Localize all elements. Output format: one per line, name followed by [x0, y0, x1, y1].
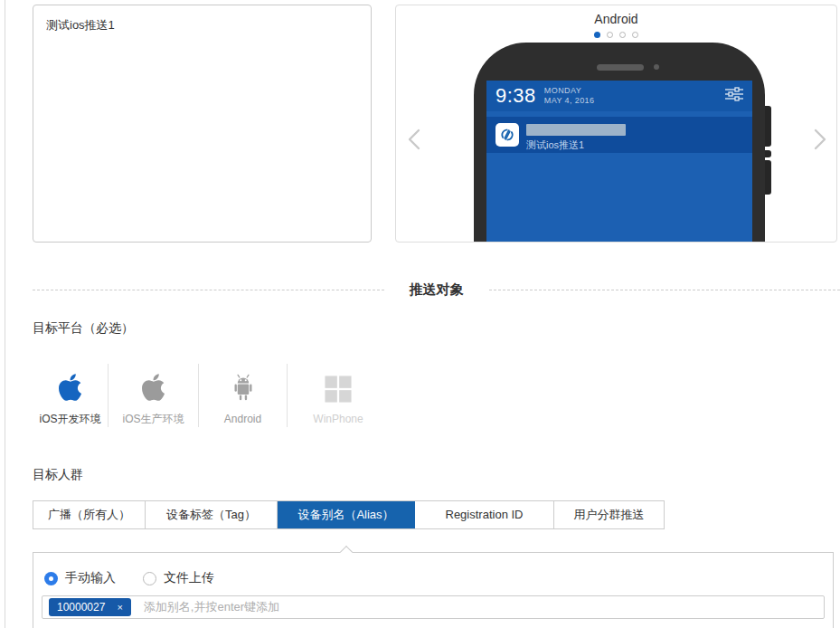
preview-platform-title: Android — [396, 12, 836, 26]
target-audience-label: 目标人群 — [33, 467, 83, 483]
jpush-app-icon — [496, 123, 519, 147]
carousel-next-button[interactable] — [813, 127, 827, 156]
phone-statusbar: 9:38 MONDAY MAY 4, 2016 — [486, 81, 752, 111]
phone-date-text: MAY 4, 2016 — [544, 96, 595, 105]
platform-option-winphone[interactable]: WinPhone — [288, 364, 389, 427]
notification-title-redacted — [526, 124, 626, 136]
radio-label: 手动输入 — [65, 570, 116, 586]
alias-chip-value: 10000027 — [57, 601, 105, 614]
android-icon — [230, 366, 257, 404]
page-left-border — [5, 0, 5, 628]
panel-notch — [340, 546, 353, 558]
phone-side-button — [765, 160, 771, 195]
platform-option-label: Android — [224, 413, 261, 425]
radio-unchecked-icon — [143, 572, 156, 585]
chevron-right-icon — [813, 127, 827, 152]
push-create-page: 测试ios推送1 Android — [0, 0, 840, 628]
tab-registration-id[interactable]: Registration ID — [415, 501, 554, 528]
tab-device-tag[interactable]: 设备标签（Tag） — [146, 501, 278, 528]
push-target-heading: 推送对象 — [384, 281, 489, 299]
audience-tabbar: 广播（所有人） 设备标签（Tag） 设备别名（Alias） Registrati… — [33, 500, 665, 529]
carousel-dot[interactable] — [632, 32, 638, 38]
apple-icon — [140, 366, 166, 403]
chevron-left-icon — [407, 127, 421, 152]
platform-option-label: WinPhone — [313, 413, 363, 425]
platform-option-ios-dev[interactable]: iOS开发环境 — [33, 364, 109, 427]
tab-device-alias[interactable]: 设备别名（Alias） — [278, 501, 415, 528]
platform-option-label: iOS开发环境 — [39, 412, 100, 427]
phone-screen: 9:38 MONDAY MAY 4, 2016 — [486, 81, 752, 243]
radio-checked-icon — [44, 572, 58, 585]
alias-input-panel: 手动输入 文件上传 10000027 × 添加别名,并按enter键添加 — [33, 552, 834, 628]
push-target-divider: 推送对象 — [33, 281, 840, 299]
android-phone-mockup: 9:38 MONDAY MAY 4, 2016 — [474, 43, 765, 243]
notification-message: 测试ios推送1 — [526, 138, 626, 152]
carousel-dots — [396, 32, 836, 38]
phone-speaker — [597, 64, 644, 71]
tab-user-segment[interactable]: 用户分群推送 — [554, 501, 664, 528]
alias-tag-input[interactable]: 10000027 × 添加别名,并按enter键添加 — [42, 595, 825, 619]
alias-input-placeholder: 添加别名,并按enter键添加 — [144, 599, 279, 615]
windows-icon — [324, 366, 353, 404]
radio-manual-input[interactable]: 手动输入 — [44, 570, 116, 586]
radio-label: 文件上传 — [164, 570, 214, 586]
target-platform-options: iOS开发环境 iOS生产环境 — [33, 364, 389, 427]
phone-camera — [654, 64, 659, 70]
tab-broadcast[interactable]: 广播（所有人） — [33, 501, 146, 528]
platform-option-android[interactable]: Android — [199, 364, 288, 427]
sliders-icon — [725, 87, 743, 105]
carousel-dot-active[interactable] — [594, 32, 600, 38]
platform-option-label: iOS生产环境 — [122, 412, 184, 427]
carousel-dot[interactable] — [607, 32, 613, 38]
radio-file-upload[interactable]: 文件上传 — [143, 570, 214, 586]
divider-line — [489, 290, 840, 290]
platform-option-ios-prod[interactable]: iOS生产环境 — [109, 364, 199, 427]
apple-icon — [57, 366, 83, 403]
alias-input-mode-group: 手动输入 文件上传 — [44, 570, 214, 586]
notification-content-value: 测试ios推送1 — [46, 18, 115, 32]
target-platform-label: 目标平台（必选） — [33, 320, 134, 337]
phone-day: MONDAY — [544, 86, 581, 95]
phone-time: 9:38 — [496, 84, 536, 108]
notification-body: 测试ios推送1 — [526, 123, 626, 147]
notification-content-textarea[interactable]: 测试ios推送1 — [33, 5, 372, 243]
carousel-prev-button[interactable] — [407, 127, 421, 156]
alias-chip: 10000027 × — [49, 598, 131, 616]
carousel-dot[interactable] — [619, 32, 626, 38]
phone-notification: 测试ios推送1 — [486, 117, 752, 153]
phone-date: MONDAY MAY 4, 2016 — [544, 86, 595, 107]
divider-line — [33, 290, 384, 290]
chip-remove-icon[interactable]: × — [117, 602, 122, 613]
phone-side-button — [765, 106, 771, 147]
device-preview-panel: Android 9:38 — [395, 5, 837, 243]
phone-side-button — [765, 150, 771, 157]
